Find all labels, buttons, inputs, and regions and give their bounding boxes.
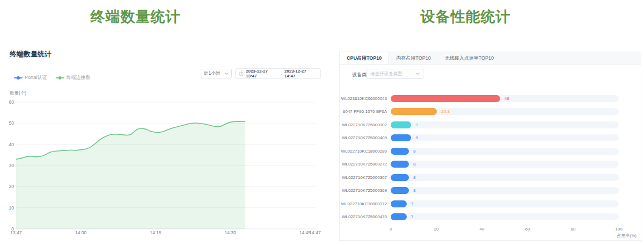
date-range-end: 2023-12-27 14:47 <box>284 69 317 78</box>
bar-value-label: 8 <box>413 188 415 193</box>
bar-row: WL023610KC0600004348 <box>340 92 641 105</box>
terminal-count-panel-title: 终端数量统计 <box>10 49 52 59</box>
y-axis-title: 数量(个) <box>10 90 26 97</box>
bar-value-label: 8 <box>413 175 415 180</box>
legend-label: 终端连接数 <box>67 74 91 81</box>
bar-track: 9 <box>391 134 619 141</box>
bar-track: 7 <box>391 200 619 207</box>
x-axis-tick: 14:47 <box>309 230 320 235</box>
cpu-usage-bar-chart: WL023610KC06000043486047-FF96-1070-EF0A2… <box>340 92 641 224</box>
device-performance-card: CPU占用TOP10 内存占用TOP10 无线接入点速率TOP10 设备类型 请… <box>339 52 641 241</box>
device-name: WL023610KC06000043 <box>340 96 387 101</box>
bar <box>391 187 409 194</box>
bar-track: 8 <box>391 161 619 168</box>
bar-row: WL022710KC180003727 <box>340 197 641 211</box>
y-axis-tick: 10 <box>0 205 14 211</box>
chevron-down-icon <box>225 73 229 75</box>
bar-value-label: 8 <box>413 162 415 167</box>
bar-value-label: 48 <box>504 96 509 101</box>
bar-track: 48 <box>391 95 619 102</box>
line-chart-legend: Portal认证终端连接数 <box>14 74 91 81</box>
date-range-picker[interactable]: 2023-12-27 13:47 - 2023-12-27 14:47 <box>235 68 321 79</box>
x-axis-tick: 13:47 <box>10 230 21 235</box>
x-axis-tick: 14:00 <box>75 230 86 235</box>
x-axis-tick: 20 <box>434 227 439 232</box>
time-range-select[interactable]: 近1小时 <box>201 69 232 78</box>
x-axis-tick: 40 <box>480 227 485 232</box>
bar <box>391 134 411 141</box>
bar-track: 8 <box>391 187 619 194</box>
bar-track: 9 <box>391 121 619 128</box>
device-type-select[interactable]: 请选择设备类型 <box>367 69 423 79</box>
bar <box>391 213 407 220</box>
bar <box>391 161 409 168</box>
terminal-count-area-chart: 010203040506013:4714:0014:1514:3014:4514… <box>0 101 322 245</box>
legend-marker-icon <box>14 76 23 79</box>
device-name: 6047-FF96-1070-EF0A <box>340 109 387 114</box>
time-range-value: 近1小时 <box>204 70 220 77</box>
device-name: WL022710K725000470 <box>340 214 387 219</box>
x-axis-tick: 14:15 <box>150 230 161 235</box>
tab-memory-top10[interactable]: 内存占用TOP10 <box>389 52 437 64</box>
bar-row: WL022710K7250003698 <box>340 184 641 198</box>
y-axis-tick: 50 <box>0 120 14 126</box>
device-name: WL022710K725000409 <box>340 135 387 140</box>
device-name: WL022710K725000307 <box>340 175 387 180</box>
bar <box>391 108 437 115</box>
bar <box>391 174 409 181</box>
clock-icon <box>239 71 244 76</box>
terminal-count-big-title: 终端数量统计 <box>11 7 260 26</box>
device-performance-big-title: 设备性能统计 <box>343 7 588 26</box>
device-name: WL022710KC18000372 <box>340 201 387 206</box>
tab-cpu-top10[interactable]: CPU占用TOP10 <box>340 52 389 64</box>
bar-value-label: 8 <box>413 149 415 154</box>
bar-value-label: 20.3 <box>441 109 450 114</box>
performance-tabbar: CPU占用TOP10 内存占用TOP10 无线接入点速率TOP10 <box>340 52 641 64</box>
bar-row: WL022710KC180002808 <box>340 145 641 158</box>
device-name: WL022710K725000272 <box>340 162 387 167</box>
device-name: WL022710K725000102 <box>340 122 387 127</box>
bar-row: WL022710K7250002728 <box>340 158 641 171</box>
area-fill <box>16 121 245 229</box>
legend-item[interactable]: Portal认证 <box>14 74 47 81</box>
tab-wireless-ap-rate-top10[interactable]: 无线接入点速率TOP10 <box>438 52 501 64</box>
bar-row: WL022710K7250004707 <box>340 211 641 224</box>
bar-row: WL022710K7250004099 <box>340 132 641 145</box>
bar-value-label: 9 <box>415 122 418 127</box>
y-axis-tick: 30 <box>0 163 14 168</box>
date-range-start: 2023-12-27 13:47 <box>246 69 279 78</box>
bar-track: 8 <box>391 148 619 155</box>
device-name: WL022710KC18000280 <box>340 149 387 154</box>
device-name: WL022710K725000369 <box>340 188 387 193</box>
bar-chart-x-ticks: 020406080100 <box>391 227 619 232</box>
y-axis-tick: 40 <box>0 142 14 147</box>
bar <box>391 95 500 102</box>
legend-label: Portal认证 <box>25 74 47 81</box>
dashboard: 终端数量统计 终端数量统计 Portal认证终端连接数 近1小时 2023-12… <box>0 0 644 245</box>
bar-value-label: 7 <box>411 201 413 206</box>
device-type-placeholder: 请选择设备类型 <box>370 71 402 77</box>
x-axis-tick: 80 <box>571 227 576 232</box>
bar <box>391 200 407 207</box>
area-chart-svg <box>16 102 315 230</box>
x-axis-tick: 0 <box>390 227 392 232</box>
date-range-separator: - <box>281 71 282 76</box>
legend-item[interactable]: 终端连接数 <box>56 74 91 81</box>
bar-track: 20.3 <box>391 108 619 115</box>
bar <box>391 148 409 155</box>
bar-track: 8 <box>391 174 619 181</box>
bar-track: 7 <box>391 213 619 220</box>
bar-chart-x-axis-title: 占用率(%) <box>617 233 636 239</box>
legend-marker-icon <box>56 76 64 79</box>
bar-value-label: 9 <box>415 135 418 140</box>
bar-row: WL022710K7250001029 <box>340 118 641 132</box>
bar <box>391 121 411 128</box>
x-axis-tick: 100 <box>615 227 622 232</box>
y-axis-tick: 60 <box>0 99 14 105</box>
bar-value-label: 7 <box>411 214 413 219</box>
x-axis-tick: 60 <box>525 227 530 232</box>
x-axis-tick: 14:30 <box>225 230 236 235</box>
chevron-down-icon <box>416 73 420 75</box>
bar-row: WL022710K7250003078 <box>340 171 641 184</box>
y-axis-tick: 20 <box>0 184 14 189</box>
